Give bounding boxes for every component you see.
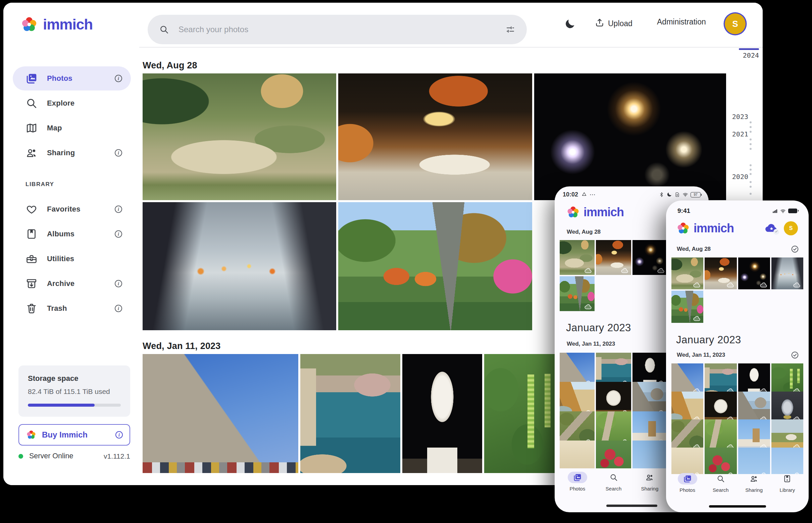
sidebar-item-favorites[interactable]: Favoritesi [13,197,131,221]
photo-castle[interactable] [143,354,298,473]
server-status-label: Server Online [29,452,73,460]
info-icon[interactable]: i [115,230,122,238]
photo-castle[interactable] [671,363,703,395]
photo-sand[interactable] [671,448,703,474]
photo-coast[interactable] [300,354,400,473]
search-filters-icon[interactable] [505,24,515,35]
cloud-backup-icon [621,468,629,468]
photo-monkeys[interactable] [143,73,336,200]
photo-sand[interactable] [560,440,594,468]
photo-ruins[interactable] [738,392,770,423]
select-all-check-icon[interactable] [791,351,799,359]
cloud-backup-icon [584,468,592,468]
sidebar-item-albums[interactable]: Albumsi [13,222,131,246]
info-icon[interactable]: i [116,431,123,438]
sidebar-item-archive[interactable]: Archivei [13,272,131,296]
backup-cloud-icon[interactable] [764,221,778,235]
photo-sky2[interactable] [772,448,803,474]
heart-icon [25,203,38,215]
upload-button[interactable]: Upload [594,17,633,30]
photo-autumn[interactable] [671,291,703,323]
photo-sky1[interactable] [633,440,668,468]
sidebar-item-photos[interactable]: Photosi [13,66,131,91]
user-avatar[interactable]: S [725,13,746,34]
info-icon[interactable]: i [115,205,122,213]
photo-autumn[interactable] [560,276,594,311]
tab-label: Search [713,487,729,493]
photo-berries[interactable] [772,363,803,395]
photo-hands[interactable] [143,202,336,330]
tab-sharing[interactable]: Sharing [632,472,668,491]
server-online-dot [18,454,23,458]
tab-search[interactable]: Search [704,473,737,493]
home-indicator[interactable] [709,505,766,508]
photo-dinner[interactable] [338,73,532,200]
moon-icon [564,18,576,32]
photo-fireworks[interactable] [738,257,770,289]
photo-farmhouse[interactable] [772,419,803,451]
sidebar-item-explore[interactable]: Explore [13,91,131,115]
photo-berries[interactable] [484,354,559,473]
theme-toggle-button[interactable] [564,17,579,32]
tab-label: Library [779,487,795,493]
photo-lizard2[interactable] [705,419,737,451]
photo-bust[interactable] [402,354,482,473]
photo-sky1[interactable] [738,448,770,474]
tab-sharing[interactable]: Sharing [738,473,771,493]
tab-library[interactable]: Library [771,473,804,493]
battery-icon: 97 [691,192,701,197]
photo-bust[interactable] [738,363,770,395]
photo-flowersred[interactable] [705,448,737,474]
sidebar-item-sharing[interactable]: Sharingi [13,141,131,165]
search-input[interactable] [178,24,505,35]
photo-cliff[interactable] [671,392,703,423]
info-icon[interactable]: i [115,305,122,312]
search-icon [159,24,169,35]
photo-hands[interactable] [772,257,803,289]
photo-monkeys[interactable] [560,240,594,275]
info-icon[interactable]: i [115,280,122,287]
photo-flowersred[interactable] [596,440,631,468]
app-logo: immich [566,205,624,219]
photo-autumn[interactable] [338,202,532,330]
home-indicator[interactable] [606,505,657,507]
upload-label: Upload [608,19,633,28]
select-all-check-icon[interactable] [791,245,799,253]
app-logo[interactable]: immich [20,15,92,34]
administration-link[interactable]: Administration [657,17,706,26]
photo-lizard1[interactable] [671,419,703,451]
search-bar[interactable] [148,15,527,44]
page-background: immich Upload Administration S PhotosiEx… [0,0,812,523]
backup-check-badge [773,229,779,235]
buy-immich-button[interactable]: Buy Immich i [18,424,130,446]
sidebar: PhotosiExploreMapSharingi LIBRARY Favori… [3,47,139,485]
photo-fireworks[interactable] [534,73,726,200]
library-section-label: LIBRARY [25,181,139,188]
photo-coast[interactable] [705,363,737,395]
photo-dinner[interactable] [596,240,631,275]
sidebar-item-utilities[interactable]: Utilities [13,247,131,271]
photo-fireworks[interactable] [633,240,668,275]
photo-sculpture2[interactable] [705,392,737,423]
immich-flower-icon [566,205,580,219]
scrubber-current-marker [739,48,759,50]
scrubber-current-year: 2024 [743,51,759,59]
user-avatar[interactable]: S [784,221,798,235]
photo-church[interactable] [738,419,770,451]
mobile-mockup-ios: 9:41 immich S Wed, Aug 28 January 2023 W [666,200,809,512]
date-header: Wed, Jan 11, 2023 [677,351,799,359]
photo-monkeys[interactable] [671,257,703,289]
photo-dinner[interactable] [705,257,737,289]
sidebar-item-map[interactable]: Map [13,116,131,140]
wifi-icon [683,192,688,197]
photo-silver[interactable] [772,392,803,423]
storage-title: Storage space [28,374,121,383]
tab-search[interactable]: Search [595,472,632,491]
cellular-signal-icon [772,208,778,214]
date-header: Wed, Aug 28 [677,245,799,253]
tab-photos[interactable]: Photos [671,473,704,493]
sidebar-item-trash[interactable]: Trashi [13,296,131,321]
tab-photos[interactable]: Photos [559,472,595,491]
info-icon[interactable]: i [115,75,122,82]
info-icon[interactable]: i [115,149,122,157]
